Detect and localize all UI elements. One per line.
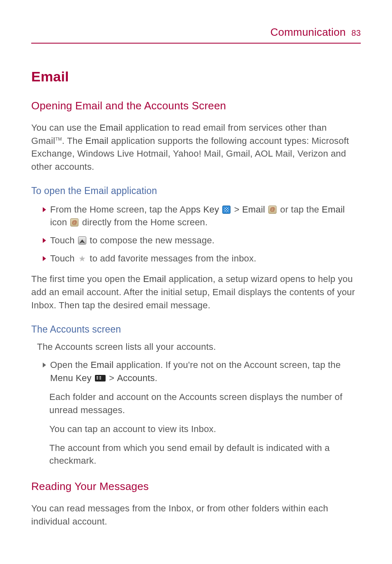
text-bold: Email bbox=[143, 274, 166, 284]
text-bold: Email bbox=[90, 360, 113, 370]
accounts-p1: Each folder and account on the Accounts … bbox=[49, 391, 361, 417]
email-app-icon bbox=[70, 218, 78, 227]
bullet-item: Open the Email application. If you're no… bbox=[43, 358, 361, 385]
text: . The bbox=[62, 136, 85, 146]
apps-key-icon bbox=[222, 206, 231, 214]
trademark-symbol: TM bbox=[55, 136, 62, 141]
accounts-intro: The Accounts screen lists all your accou… bbox=[37, 340, 361, 354]
heading-accounts-screen: The Accounts screen bbox=[31, 323, 361, 336]
accounts-p3: The account from which you send email by… bbox=[49, 441, 361, 468]
bullet-text: Open the Email application. If you're no… bbox=[50, 358, 361, 385]
heading-reading-messages: Reading Your Messages bbox=[31, 479, 361, 495]
bullet-icon bbox=[43, 256, 46, 261]
text: You can use the bbox=[31, 123, 99, 133]
page-header: Communication 83 bbox=[31, 25, 361, 44]
bullet-icon bbox=[43, 207, 46, 212]
text-bold: Menu Key bbox=[50, 373, 92, 383]
text-bold: Email bbox=[242, 204, 265, 215]
bullet-item: From the Home screen, tap the Apps Key >… bbox=[43, 203, 361, 229]
bullet-text: From the Home screen, tap the Apps Key >… bbox=[50, 203, 361, 229]
text-bold: Email bbox=[322, 204, 345, 215]
text: . bbox=[155, 373, 157, 383]
text: The first time you open the bbox=[31, 274, 143, 284]
intro-paragraph: You can use the Email application to rea… bbox=[31, 121, 361, 174]
text: application. If you're not on the Accoun… bbox=[113, 360, 341, 370]
text: From the Home screen, tap the Ap bbox=[50, 204, 191, 215]
text: to add favorite messages from the inbox. bbox=[87, 253, 256, 264]
section-title: Communication bbox=[270, 25, 346, 40]
bullet-icon bbox=[43, 363, 46, 368]
text: to compose the new message. bbox=[87, 235, 214, 245]
menu-key-icon bbox=[95, 375, 106, 381]
text-bold: Email bbox=[85, 136, 108, 146]
reading-paragraph: You can read messages from the Inbox, or… bbox=[31, 502, 361, 528]
text: directly from the Home screen. bbox=[79, 217, 208, 227]
text-bold: ps Key bbox=[191, 204, 219, 215]
page-number: 83 bbox=[351, 27, 361, 39]
heading-open-email-app: To open the Email application bbox=[31, 184, 361, 198]
text: or tap the bbox=[277, 204, 322, 215]
bullet-text: Touch to add favorite messages from the … bbox=[50, 252, 361, 265]
page-title: Email bbox=[31, 67, 361, 87]
heading-opening-email: Opening Email and the Accounts Screen bbox=[31, 98, 361, 114]
text: Touch bbox=[50, 253, 77, 264]
bullet-item: Touch to compose the new message. bbox=[43, 234, 361, 247]
bullet-item: Touch to add favorite messages from the … bbox=[43, 252, 361, 265]
email-app-icon bbox=[268, 206, 277, 214]
bullet-text: Touch to compose the new message. bbox=[50, 234, 361, 247]
setup-paragraph: The first time you open the Email applic… bbox=[31, 273, 361, 312]
text: icon bbox=[50, 217, 69, 227]
text: Touch bbox=[50, 235, 77, 245]
text: Open the bbox=[50, 360, 90, 370]
text: > bbox=[106, 373, 117, 383]
accounts-p2: You can tap an account to view its Inbox… bbox=[49, 423, 361, 436]
text-bold: Accounts bbox=[117, 373, 155, 383]
text: > bbox=[231, 204, 242, 215]
bullet-icon bbox=[43, 238, 46, 243]
compose-icon bbox=[78, 236, 86, 245]
star-icon bbox=[78, 254, 86, 263]
text-bold: Email bbox=[99, 123, 122, 133]
